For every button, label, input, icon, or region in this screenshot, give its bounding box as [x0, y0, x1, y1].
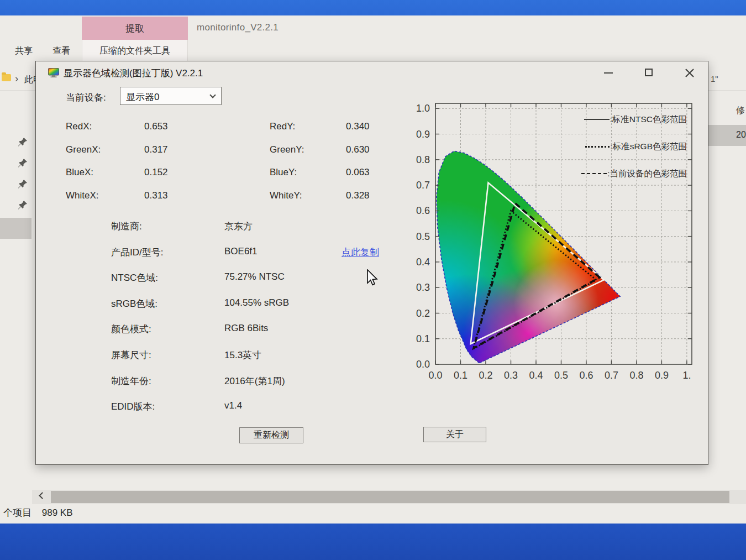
info-value: v1.4: [224, 400, 242, 411]
svg-text:0.4: 0.4: [416, 257, 430, 268]
info-value: 2016年(第1周): [224, 375, 285, 388]
svg-text:0.3: 0.3: [416, 282, 430, 293]
pin-icon: [18, 200, 28, 211]
legend-line-dotted: [585, 146, 610, 148]
info-label: 屏幕尺寸:: [111, 349, 151, 362]
pin-icon: [18, 179, 28, 190]
info-value: 75.27% NTSC: [224, 271, 285, 282]
info-row: EDID版本:v1.4: [36, 400, 401, 415]
svg-text:0.6: 0.6: [579, 370, 593, 381]
coord-row: RedX:0.653RedY:0.340: [36, 121, 401, 134]
info-row: NTSC色域:75.27% NTSC: [36, 271, 401, 286]
ribbon-tab-extract[interactable]: 提取: [82, 17, 188, 40]
legend-label: :当前设备的色彩范围: [607, 168, 687, 180]
coord-value: 0.653: [144, 121, 168, 132]
svg-text:0.8: 0.8: [629, 370, 643, 381]
ribbon-tab-2[interactable]: 查看: [43, 40, 80, 62]
legend-label: :标准sRGB色彩范围: [610, 141, 687, 153]
ribbon-tab-1[interactable]: 共享: [4, 40, 43, 62]
coord-row: WhiteX:0.313WhiteY:0.328: [36, 190, 401, 203]
svg-text:0.0: 0.0: [416, 359, 430, 370]
svg-text:0.6: 0.6: [416, 205, 430, 216]
svg-text:0.3: 0.3: [504, 370, 518, 381]
chevron-right-icon: ›: [15, 72, 18, 85]
status-item-count: 个项目: [3, 507, 31, 518]
coord-value: 0.328: [346, 190, 370, 201]
device-label: 当前设备:: [66, 91, 106, 104]
info-label: NTSC色域:: [111, 271, 158, 284]
svg-text:0.8: 0.8: [416, 154, 430, 165]
svg-text:0.0: 0.0: [428, 370, 442, 381]
file-date-fragment: 20: [736, 130, 746, 140]
svg-text:1.0: 1.0: [416, 103, 430, 114]
info-value: 京东方: [224, 220, 253, 233]
coord-value: 0.313: [144, 190, 168, 201]
coord-value: 0.630: [346, 144, 370, 155]
status-bar: 个项目 989 KB: [3, 506, 81, 519]
svg-text:0.2: 0.2: [479, 370, 492, 381]
close-icon[interactable]: [685, 68, 694, 77]
info-label: 颜色模式:: [111, 323, 151, 336]
coord-label: WhiteY:: [270, 190, 302, 201]
info-value: 15.3英寸: [224, 349, 261, 362]
address-text-fragment: 1": [711, 74, 718, 83]
info-row: 制造年份:2016年(第1周): [36, 375, 401, 389]
chart-legend: :标准NTSC色彩范围:标准sRGB色彩范围:当前设备的色彩范围: [581, 113, 687, 195]
info-row: 颜色模式:RGB 6Bits: [36, 323, 401, 337]
info-value: RGB 6Bits: [224, 323, 268, 334]
info-row: 产品ID/型号:BOE6f1点此复制: [36, 246, 401, 260]
coord-label: RedX:: [66, 121, 92, 132]
info-label: 产品ID/型号:: [111, 246, 163, 259]
legend-label: :标准NTSC色彩范围: [610, 114, 687, 125]
info-row: 屏幕尺寸:15.3英寸: [36, 349, 401, 363]
coord-label: BlueY:: [270, 167, 297, 178]
scrollbar-thumb[interactable]: [51, 491, 729, 503]
ribbon-tab-3[interactable]: 压缩的文件夹工具: [82, 40, 188, 62]
svg-text:0.1: 0.1: [454, 370, 467, 381]
svg-text:0.7: 0.7: [605, 370, 618, 381]
mouse-cursor: [366, 269, 380, 287]
coord-label: BlueX:: [66, 167, 93, 178]
device-dropdown[interactable]: 显示器0: [120, 87, 222, 105]
copy-link[interactable]: 点此复制: [342, 246, 379, 259]
coord-value: 0.340: [346, 121, 370, 132]
coord-row: BlueX:0.152BlueY:0.063: [36, 167, 401, 180]
info-value: BOE6f1: [224, 246, 258, 257]
nav-selected-item[interactable]: [0, 218, 31, 239]
coord-value: 0.152: [144, 167, 168, 178]
folder-icon: [2, 74, 11, 81]
info-row: sRGB色域:104.55% sRGB: [36, 297, 401, 312]
about-button[interactable]: 关于: [423, 427, 486, 442]
pin-icon: [18, 158, 28, 169]
info-label: 制造商:: [111, 220, 142, 233]
dialog-title-bar[interactable]: 显示器色域检测(图拉丁版) V2.2.1: [36, 61, 708, 85]
coord-label: RedY:: [270, 121, 295, 132]
redetect-button[interactable]: 重新检测: [239, 427, 303, 443]
legend-row: :当前设备的色彩范围: [581, 168, 687, 180]
info-value: 104.55% sRGB: [224, 297, 289, 308]
svg-text:0.4: 0.4: [529, 370, 543, 381]
coord-value: 0.317: [144, 144, 168, 155]
svg-text:0.2: 0.2: [416, 308, 430, 319]
dialog-title: 显示器色域检测(图拉丁版) V2.2.1: [64, 67, 203, 80]
coord-label: WhiteX:: [66, 190, 99, 201]
app-monitor-icon: [48, 68, 59, 77]
legend-line-dashed: [581, 173, 607, 174]
svg-text:1.: 1.: [682, 370, 691, 381]
explorer-window-title: monitorinfo_V2.2.1: [197, 22, 279, 33]
minimize-button[interactable]: [604, 72, 613, 74]
svg-text:0.5: 0.5: [416, 231, 430, 242]
coord-label: GreenX:: [66, 144, 101, 155]
status-size: 989 KB: [42, 507, 73, 518]
pin-icon: [18, 137, 28, 148]
device-dropdown-value: 显示器0: [126, 91, 159, 103]
svg-text:0.5: 0.5: [554, 370, 568, 381]
desktop-background: 提取 monitorinfo_V2.2.1 共享查看压缩的文件夹工具 › 此电 …: [0, 0, 746, 560]
gamut-checker-dialog: 显示器色域检测(图拉丁版) V2.2.1 当前设备: 显示器0 RedX:0.6…: [35, 61, 708, 465]
info-row: 制造商:京东方: [36, 220, 401, 234]
coord-value: 0.063: [346, 167, 370, 178]
coord-label: GreenY:: [270, 144, 304, 155]
maximize-button[interactable]: [645, 69, 653, 76]
column-header-date-modified[interactable]: 修: [736, 105, 745, 117]
info-label: sRGB色域:: [111, 297, 157, 310]
